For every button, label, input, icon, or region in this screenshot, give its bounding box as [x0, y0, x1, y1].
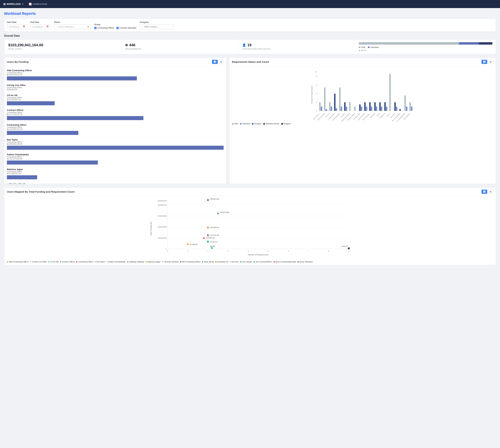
svg-text:2,028,324,811: 2,028,324,811	[210, 227, 219, 228]
user-role: Contracting Officer	[7, 171, 224, 173]
svg-rect-18	[331, 107, 332, 111]
legend-tom-co: ◆ Tom ContractOfficer	[253, 261, 272, 263]
req-chart-btn[interactable]: 📊	[482, 60, 487, 64]
assigned-legend-label: Assigned	[284, 123, 290, 125]
user-name: Contract Officer	[7, 109, 224, 111]
contracting-officer-check[interactable]	[94, 27, 96, 29]
user-amount: $200,000.00	[7, 88, 224, 91]
svg-rect-22	[341, 107, 342, 111]
svg-rect-42	[399, 109, 401, 111]
requirements-icon: ⊞	[125, 43, 128, 47]
svg-rect-32	[371, 107, 372, 111]
requirements-number: 446	[129, 43, 135, 47]
svg-text:0: 0	[167, 250, 168, 252]
svg-rect-110	[348, 247, 350, 249]
user-list-item: CO for AR Contracting Officer $731,822,0…	[7, 92, 224, 107]
status-bar	[359, 42, 492, 45]
requirements-card: ⊞ 446 REQUIREMENTS	[121, 40, 238, 54]
svg-text:1: 1	[187, 250, 188, 252]
svg-rect-43	[404, 96, 406, 111]
group-label: Group	[94, 23, 136, 26]
users-mapped-header: Users Mapped By Total Funding and Requir…	[4, 188, 496, 196]
svg-text:4: 4	[316, 93, 317, 95]
user-name: Allie Contracting Officer	[7, 69, 224, 72]
start-date-input[interactable]: mm/dd/yyyy 📅	[7, 24, 27, 29]
calendar-icon-2: 📅	[46, 26, 49, 28]
draft-label: Draft	[361, 46, 365, 48]
svg-rect-21	[339, 87, 341, 111]
users-funding-actions: 📊 ⊞	[212, 60, 224, 64]
user-list-item: Allie Contracting Officer Contracting Of…	[7, 67, 224, 82]
officers-label: OFFICERS AND SPECIALISTS	[242, 48, 351, 50]
user-list-item: Contracting officer Contracting Officer …	[7, 122, 224, 137]
funding-bar-container	[7, 160, 224, 164]
table-view-btn[interactable]: ⊞	[219, 60, 224, 64]
chart-view-btn[interactable]: 📊	[212, 60, 218, 64]
requirements-value: ⊞ 446	[125, 43, 234, 47]
user-role: Contracting Officer	[7, 111, 224, 113]
draft-bar	[359, 42, 459, 45]
svg-rect-44	[406, 107, 407, 111]
contract-specialist-checkbox-label: Contract Specialist	[120, 27, 136, 29]
req-table-btn[interactable]: ⊞	[488, 60, 493, 64]
legend-tom-zanger: ◆ Tom Zanger	[240, 261, 252, 263]
user-list-item: rakTest2 rakTest2 Contracting Officer $1…	[7, 181, 224, 184]
assignee-input[interactable]	[140, 24, 173, 29]
svg-rect-27	[359, 104, 361, 111]
nav-indicator[interactable]: ▲ 1/2 ▼	[359, 49, 492, 51]
end-date-input[interactable]: mm/dd/yyyy 📅	[30, 24, 51, 29]
legend-rakshna: ◆ Rakshna Jagan	[145, 261, 160, 263]
user-role: Contracting Officer	[7, 72, 224, 74]
svg-text:Ryan Wong: Ryan Wong	[370, 113, 375, 118]
user-name: CO for AR	[7, 94, 224, 96]
legend-submitted-review-item: Submitted Review	[263, 123, 279, 125]
start-date-label: Start Date	[7, 21, 27, 23]
svg-rect-31	[369, 102, 371, 111]
draft-legend-label: Draft	[234, 123, 238, 125]
svg-rect-33	[374, 102, 376, 111]
scatter-chart-btn[interactable]: 📊	[482, 190, 487, 194]
nav-brand[interactable]: ⊞ WORKLOAD ▼	[3, 2, 24, 6]
contract-specialist-check[interactable]	[117, 27, 119, 29]
status-legend: Draft Submitted	[359, 46, 492, 48]
svg-rect-40	[394, 102, 396, 111]
contract-specialist-checkbox[interactable]: Contract Specialist	[117, 27, 136, 29]
users-funding-header: Users By Funding 📊 ⊞	[4, 58, 226, 66]
funding-bar	[7, 160, 98, 164]
end-date-label: End Date	[30, 21, 51, 23]
svg-text:3,501,357: 3,501,357	[341, 245, 348, 247]
draft-legend-dot	[232, 123, 234, 125]
svg-rect-24	[346, 107, 347, 111]
req-status-title: Requirement Status and Count	[232, 60, 269, 63]
contracting-officer-checkbox[interactable]: Contracting Officer	[94, 27, 114, 29]
svg-rect-41	[396, 107, 397, 111]
req-status-legend: Draft Submitted Accepted Submitted Revie…	[232, 123, 493, 125]
assignee-label: Assignee	[140, 21, 173, 23]
svg-text:Number of Requirements: Number of Requirements	[248, 254, 269, 256]
assigned-legend-dot	[281, 123, 283, 125]
svg-rect-28	[361, 107, 362, 111]
page-title: Workload Reports	[4, 11, 496, 16]
svg-text:test user: test user	[386, 113, 390, 117]
scatter-chart-legend: ◆ Allie Contracting Officer ✕ Christy Co…	[4, 260, 496, 265]
scatter-table-btn[interactable]: ⊞	[488, 190, 493, 194]
status-select[interactable]: --- Select status(es) --- ▼	[54, 24, 91, 29]
svg-text:2000000000: 2000000000	[158, 226, 167, 228]
nav-completion-link[interactable]: 📈 COMPLETION	[29, 3, 47, 5]
svg-text:8: 8	[316, 75, 317, 77]
svg-rect-25	[349, 102, 350, 111]
svg-text:3,599,743,660: 3,599,743,660	[220, 211, 229, 213]
legend-neil: ● Neil Taylor	[94, 261, 105, 263]
completion-icon: 📈	[29, 3, 32, 5]
user-name: rakTest2 rakTest2	[7, 183, 224, 184]
user-name: Neil Taylor	[7, 138, 224, 141]
users-mapped-title: Users Mapped By Total Funding and Requir…	[7, 190, 75, 193]
officers-icon: 👤	[242, 43, 246, 47]
svg-rect-46	[411, 107, 412, 111]
svg-rect-39	[389, 74, 391, 111]
svg-rect-30	[366, 107, 367, 111]
funding-bar-container	[7, 175, 224, 179]
user-name: Christy Con Offier	[7, 84, 224, 86]
user-role: Contracting Officer	[7, 126, 224, 128]
svg-text:3000000000: 3000000000	[158, 215, 167, 217]
